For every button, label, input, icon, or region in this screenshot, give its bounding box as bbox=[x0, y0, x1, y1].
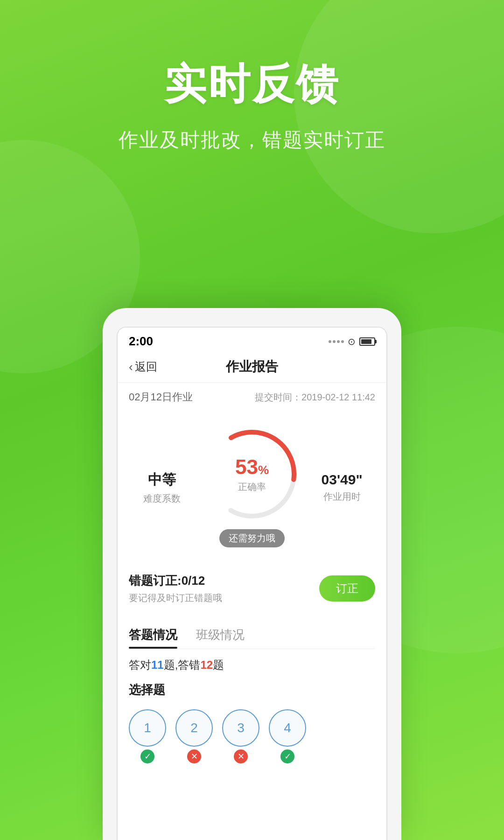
question-status-4: ✓ bbox=[280, 749, 294, 763]
time-value: 03'49" bbox=[314, 472, 370, 488]
answer-stats-suffix: 题 bbox=[213, 658, 224, 671]
phone-card: 2:00 ⊙ ‹ 返回 bbox=[103, 308, 401, 840]
tab-class-situation[interactable]: 班级情况 bbox=[196, 618, 245, 649]
wifi-icon: ⊙ bbox=[348, 336, 356, 347]
back-arrow-icon: ‹ bbox=[129, 360, 133, 374]
error-info: 错题订正:0/12 要记得及时订正错题哦 bbox=[129, 573, 222, 604]
status-time: 2:00 bbox=[129, 334, 153, 349]
submit-time: 提交时间：2019-02-12 11:42 bbox=[255, 391, 375, 404]
question-numbers: 1 ✓ 2 ✕ 3 ✕ 4 bbox=[118, 705, 386, 773]
stats-section: 中等 难度系数 53% 正确率 bbox=[118, 413, 386, 557]
question-circle-3[interactable]: 3 bbox=[222, 709, 259, 747]
question-item-4: 4 ✓ bbox=[269, 709, 306, 763]
assignment-info: 02月12日作业 提交时间：2019-02-12 11:42 bbox=[118, 383, 386, 412]
accuracy-value: 53 bbox=[235, 455, 258, 478]
question-circle-2[interactable]: 2 bbox=[175, 709, 213, 747]
error-subtitle: 要记得及时订正错题哦 bbox=[129, 592, 222, 604]
answer-stats-prefix: 答对 bbox=[129, 658, 151, 671]
battery-icon bbox=[359, 337, 375, 346]
question-item-3: 3 ✕ bbox=[222, 709, 259, 763]
correct-button[interactable]: 订正 bbox=[319, 575, 375, 602]
tabs-row: 答题情况 班级情况 bbox=[129, 618, 375, 649]
accuracy-unit: % bbox=[258, 463, 269, 477]
question-circle-4[interactable]: 4 bbox=[269, 709, 306, 747]
sub-title: 作业及时批改，错题实时订正 bbox=[0, 127, 504, 153]
answer-stats: 答对11题,答错12题 bbox=[118, 649, 386, 677]
signal-dot-4 bbox=[341, 340, 344, 343]
question-circle-1[interactable]: 1 bbox=[129, 709, 166, 747]
accuracy-circle: 53% 正确率 bbox=[201, 423, 303, 525]
main-title: 实时反馈 bbox=[0, 56, 504, 113]
correct-count: 11 bbox=[151, 658, 164, 671]
question-item-1: 1 ✓ bbox=[129, 709, 166, 763]
back-button[interactable]: ‹ 返回 bbox=[129, 359, 157, 374]
error-title: 错题订正:0/12 bbox=[129, 573, 222, 589]
header-section: 实时反馈 作业及时批改，错题实时订正 bbox=[0, 0, 504, 153]
accuracy-label: 正确率 bbox=[235, 481, 269, 493]
circle-center: 53% 正确率 bbox=[235, 455, 269, 493]
tab-answer-situation[interactable]: 答题情况 bbox=[129, 618, 177, 649]
signal-icon bbox=[329, 340, 344, 343]
answer-stats-middle: 题,答错 bbox=[164, 658, 201, 671]
difficulty-stat: 中等 难度系数 bbox=[134, 470, 190, 505]
difficulty-label: 难度系数 bbox=[134, 492, 190, 505]
question-type: 选择题 bbox=[118, 677, 386, 705]
phone-container: 2:00 ⊙ ‹ 返回 bbox=[103, 308, 401, 840]
error-section: 错题订正:0/12 要记得及时订正错题哦 订正 bbox=[118, 562, 386, 615]
tab-underline bbox=[129, 647, 177, 649]
question-status-3: ✕ bbox=[234, 749, 248, 763]
question-item-2: 2 ✕ bbox=[175, 709, 213, 763]
status-bar: 2:00 ⊙ bbox=[118, 328, 386, 353]
signal-dot-2 bbox=[333, 340, 336, 343]
battery-fill bbox=[361, 339, 371, 344]
nav-title: 作业报告 bbox=[157, 358, 347, 376]
phone-screen: 2:00 ⊙ ‹ 返回 bbox=[117, 327, 387, 840]
status-icons: ⊙ bbox=[329, 336, 375, 347]
wrong-count: 12 bbox=[200, 658, 213, 671]
time-stat: 03'49" 作业用时 bbox=[314, 472, 370, 503]
signal-dot-1 bbox=[329, 340, 331, 343]
back-label: 返回 bbox=[135, 359, 157, 374]
nav-bar: ‹ 返回 作业报告 bbox=[118, 353, 386, 383]
question-status-1: ✓ bbox=[140, 749, 154, 763]
tabs-section: 答题情况 班级情况 bbox=[118, 618, 386, 649]
assignment-name: 02月12日作业 bbox=[129, 390, 193, 404]
question-status-2: ✕ bbox=[187, 749, 201, 763]
time-label: 作业用时 bbox=[314, 490, 370, 503]
signal-dot-3 bbox=[337, 340, 340, 343]
difficulty-value: 中等 bbox=[134, 470, 190, 490]
